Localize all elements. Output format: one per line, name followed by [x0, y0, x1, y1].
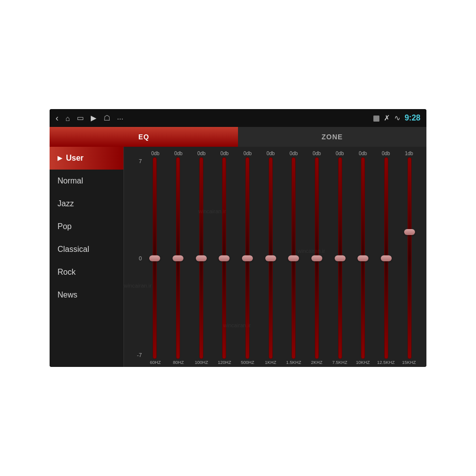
camera-icon[interactable]: ▶ — [91, 114, 97, 122]
sidebar-item-classical[interactable]: Classical — [50, 238, 123, 261]
sidebar-item-news[interactable]: News — [50, 284, 123, 306]
freq-label-500HZ: 500HZ — [236, 360, 259, 365]
slider-thumb-80HZ[interactable] — [173, 255, 183, 261]
slider-track-10KHZ — [361, 157, 365, 359]
device-screen: ‹ ⌂ ▭ ▶ ☖ ··· ▦ ✗ ∿ 9:28 EQ ZONE ▶ User … — [50, 109, 426, 367]
more-icon[interactable]: ··· — [117, 114, 123, 122]
slider-thumb-7.5KHZ[interactable] — [335, 255, 346, 261]
slider-col-120HZ — [213, 157, 236, 359]
slider-col-15KHZ — [398, 157, 420, 359]
slider-track-container-7.5KHZ — [329, 157, 351, 359]
back-button[interactable]: ‹ — [56, 113, 59, 123]
slider-track-container-1KHZ — [259, 157, 282, 359]
sidebar-item-user[interactable]: ▶ User — [50, 147, 123, 170]
slider-track-container-2KHZ — [306, 157, 328, 359]
slider-track-100HZ — [199, 157, 203, 359]
freq-label-7.5KHZ: 7.5KHZ — [328, 360, 352, 365]
slider-col-100HZ — [190, 157, 212, 359]
y-label-top: 7 — [139, 158, 142, 164]
slider-col-60HZ — [144, 157, 166, 359]
sliders-area: 7 0 -7 — [130, 157, 420, 359]
sidebar-item-jazz[interactable]: Jazz — [50, 192, 123, 215]
status-bar-left: ‹ ⌂ ▭ ▶ ☖ ··· — [56, 113, 123, 123]
db-label-1KHZ: 0db — [259, 151, 283, 156]
freq-label-60HZ: 60HZ — [144, 360, 167, 365]
db-label-1.5KHZ: 0db — [282, 151, 305, 156]
slider-thumb-12.5KHZ[interactable] — [381, 255, 392, 261]
sidebar-label-jazz: Jazz — [58, 199, 74, 208]
freq-label-80HZ: 80HZ — [167, 360, 190, 365]
clock: 9:28 — [405, 114, 420, 122]
slider-track-container-100HZ — [190, 157, 212, 359]
db-label-15KHZ: 1db — [398, 151, 421, 156]
slider-track-80HZ — [176, 157, 180, 359]
slider-track-container-1.5KHZ — [283, 157, 305, 359]
slider-thumb-60HZ[interactable] — [149, 255, 160, 261]
slider-track-12.5KHZ — [384, 157, 388, 359]
freq-label-1.5KHZ: 1.5KHZ — [282, 360, 305, 365]
slider-thumb-500HZ[interactable] — [242, 255, 253, 261]
wifi-icon: ∿ — [394, 114, 401, 122]
slider-track-1KHZ — [269, 157, 273, 359]
freq-label-row: 60HZ80HZ100HZ120HZ500HZ1KHZ1.5KHZ2KHZ7.5… — [144, 360, 420, 365]
sidebar-label-user: User — [66, 154, 84, 163]
slider-col-10KHZ — [352, 157, 374, 359]
main-content: ▶ User Normal Jazz Pop Classical Rock Ne… — [50, 147, 426, 367]
sidebar-item-normal[interactable]: Normal — [50, 170, 123, 192]
slider-track-container-60HZ — [144, 157, 166, 359]
slider-col-500HZ — [237, 157, 259, 359]
sidebar-label-rock: Rock — [58, 268, 75, 277]
freq-label-15KHZ: 15KHZ — [398, 360, 421, 365]
freq-label-12.5KHZ: 12.5KHZ — [374, 360, 398, 365]
slider-track-container-10KHZ — [352, 157, 374, 359]
db-label-10KHZ: 0db — [352, 151, 375, 156]
db-label-60HZ: 0db — [144, 151, 167, 156]
slider-thumb-2KHZ[interactable] — [311, 255, 322, 261]
freq-label-2KHZ: 2KHZ — [305, 360, 329, 365]
sidebar: ▶ User Normal Jazz Pop Classical Rock Ne… — [50, 147, 124, 367]
sliders-grid — [144, 157, 420, 359]
tab-bar: EQ ZONE — [50, 127, 426, 147]
basket-icon[interactable]: ☖ — [104, 114, 110, 122]
status-bar: ‹ ⌂ ▭ ▶ ☖ ··· ▦ ✗ ∿ 9:28 — [50, 109, 426, 127]
db-label-2KHZ: 0db — [305, 151, 329, 156]
slider-col-12.5KHZ — [375, 157, 398, 359]
db-label-500HZ: 0db — [236, 151, 259, 156]
slider-track-15KHZ — [408, 157, 412, 359]
sidebar-item-rock[interactable]: Rock — [50, 261, 123, 284]
slider-track-container-12.5KHZ — [375, 157, 398, 359]
freq-label-100HZ: 100HZ — [190, 360, 213, 365]
eq-panel: 0db0db0db0db0db0db0db0db0db0db0db1db 7 0… — [124, 147, 426, 367]
eq-grid: 0db0db0db0db0db0db0db0db0db0db0db1db 7 0… — [130, 151, 420, 365]
recents-icon[interactable]: ▭ — [77, 114, 84, 122]
slider-col-80HZ — [167, 157, 189, 359]
db-label-12.5KHZ: 0db — [374, 151, 398, 156]
cast-icon: ▦ — [373, 114, 380, 122]
slider-track-60HZ — [153, 157, 157, 359]
home-icon[interactable]: ⌂ — [65, 114, 70, 122]
slider-thumb-100HZ[interactable] — [196, 255, 207, 261]
slider-col-1.5KHZ — [283, 157, 305, 359]
slider-track-container-80HZ — [167, 157, 189, 359]
slider-col-7.5KHZ — [329, 157, 351, 359]
slider-thumb-1KHZ[interactable] — [265, 255, 276, 261]
slider-thumb-10KHZ[interactable] — [357, 255, 368, 261]
db-values-row: 0db0db0db0db0db0db0db0db0db0db0db1db — [144, 151, 420, 156]
db-label-100HZ: 0db — [190, 151, 213, 156]
sidebar-item-pop[interactable]: Pop — [50, 215, 123, 238]
tab-zone[interactable]: ZONE — [238, 127, 426, 147]
slider-thumb-1.5KHZ[interactable] — [288, 255, 299, 261]
status-bar-right: ▦ ✗ ∿ 9:28 — [373, 114, 420, 122]
db-label-80HZ: 0db — [167, 151, 190, 156]
slider-track-120HZ — [222, 157, 226, 359]
db-label-120HZ: 0db — [213, 151, 237, 156]
slider-track-2KHZ — [315, 157, 319, 359]
slider-thumb-15KHZ[interactable] — [404, 229, 415, 235]
tab-eq[interactable]: EQ — [50, 127, 238, 147]
y-label-mid: 0 — [139, 255, 142, 261]
bluetooth-icon: ✗ — [384, 114, 390, 122]
slider-track-container-500HZ — [237, 157, 259, 359]
slider-thumb-120HZ[interactable] — [219, 255, 230, 261]
freq-label-10KHZ: 10KHZ — [352, 360, 375, 365]
slider-track-container-15KHZ — [398, 157, 420, 359]
